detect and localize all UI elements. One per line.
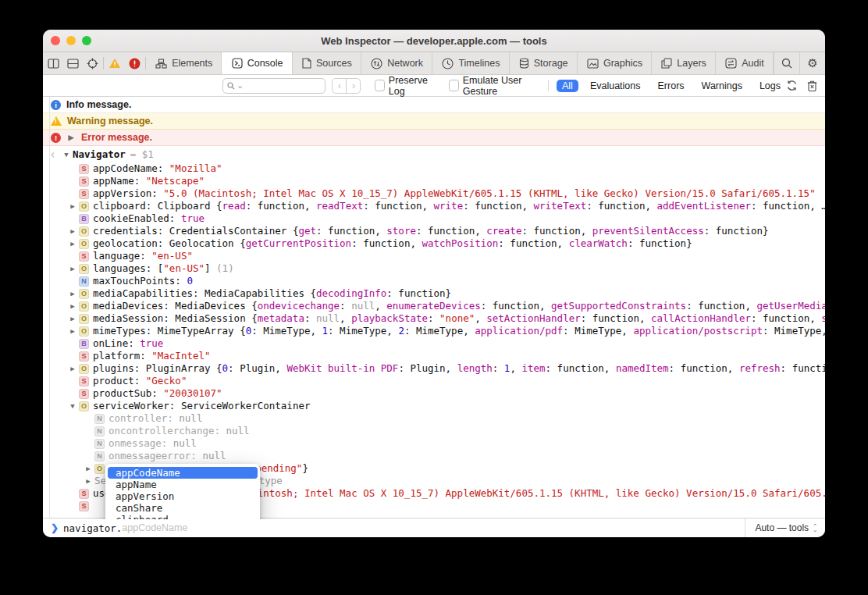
autocomplete-item-appCodeName[interactable]: appCodeName [108, 467, 258, 479]
tab-sources[interactable]: Sources [293, 52, 361, 74]
disclosure-closed-icon[interactable]: ▶ [82, 462, 94, 475]
search-toolbar-button[interactable] [774, 52, 799, 74]
tab-audit[interactable]: Audit [716, 52, 774, 74]
console-row-clipboard[interactable]: ▶Oclipboard: Clipboard {read: function, … [43, 200, 825, 212]
navigator-result-row[interactable]: ‹▼Navigator= $1 [43, 146, 825, 162]
console-row-languages[interactable]: ▶Olanguages: ["en-US"] (1) [43, 262, 825, 275]
tab-graphics[interactable]: Graphics [578, 52, 652, 74]
console-search-field[interactable]: ⌄ [222, 78, 326, 94]
console-row-mediaDevices[interactable]: ▶OmediaDevices: MediaDevices {ondevicech… [43, 300, 825, 312]
scope-errors[interactable]: Errors [653, 80, 690, 92]
console-row-mediaCapabilities[interactable]: ▶OmediaCapabilities: MediaCapabilities {… [43, 287, 825, 300]
search-icon [227, 82, 235, 90]
console-row-mimeTypes[interactable]: ▶OmimeTypes: MimeTypeArray {0: MimeType,… [43, 325, 825, 337]
disclosure-closed-icon[interactable]: ▶ [66, 237, 79, 250]
type-badge-S: S [79, 251, 89, 262]
disclosure-closed-icon[interactable]: ▶ [66, 200, 79, 212]
element-picker-icon[interactable] [87, 58, 98, 69]
scope-all[interactable]: All [557, 80, 578, 92]
disclosure-closed-icon[interactable]: ▶ [66, 262, 79, 275]
dock-bottom-icon[interactable] [67, 59, 79, 69]
console-row-geolocation[interactable]: ▶Ogeolocation: Geolocation {getCurrentPo… [43, 237, 825, 250]
type-badge-Ngray: N [94, 451, 105, 461]
console-row-mediaSession[interactable]: ▶OmediaSession: MediaSession {metadata: … [43, 312, 825, 325]
autocomplete-item-appName[interactable]: appName [108, 479, 258, 490]
prompt-input[interactable]: navigator. [63, 522, 122, 534]
type-badge-O: O [79, 314, 89, 324]
disclosure-closed-icon[interactable]: ▶ [66, 134, 76, 141]
emulate-user-gesture-checkbox[interactable]: Emulate User Gesture [449, 75, 540, 97]
tab-elements[interactable]: Elements [146, 52, 222, 74]
type-badge-O: O [79, 201, 89, 212]
inspector-tab-bar: Elements Console Sources Network Timelin… [43, 52, 825, 75]
console-row-credentials[interactable]: ▶Ocredentials: CredentialsContainer {get… [43, 225, 825, 237]
storage-icon [519, 58, 529, 69]
disclosure-open-icon[interactable]: ▼ [66, 400, 79, 412]
clear-console-icon[interactable] [807, 80, 817, 91]
dock-side-icon[interactable] [48, 59, 59, 69]
disclosure-open-icon[interactable]: ▼ [60, 147, 73, 163]
search-icon [781, 58, 792, 69]
scope-evaluations[interactable]: Evaluations [585, 80, 646, 92]
chevron-left-icon[interactable]: ‹ [49, 147, 60, 163]
type-badge-N: N [79, 276, 89, 287]
type-badge-S: S [79, 189, 89, 199]
tab-network[interactable]: Network [361, 52, 432, 74]
disclosure-closed-icon[interactable]: ▶ [66, 225, 79, 237]
find-next-button[interactable]: › [347, 78, 361, 94]
preserve-log-checkbox[interactable]: Preserve Log [375, 75, 435, 97]
tab-layers[interactable]: Layers [652, 52, 716, 74]
execution-context-selector[interactable]: Auto — tools ⌃⌄ [745, 518, 825, 537]
console-row-plugins[interactable]: ▶Oplugins: PluginArray {0: Plugin, WebKi… [43, 362, 825, 375]
warning-icon [51, 116, 62, 126]
disclosure-closed-icon[interactable]: ▶ [66, 312, 79, 325]
disclosure-closed-icon[interactable]: ▶ [66, 325, 79, 337]
tab-storage[interactable]: Storage [510, 52, 578, 74]
type-badge-Ngray: N [94, 414, 105, 424]
settings-toolbar-button[interactable]: ⚙ [799, 52, 825, 74]
console-row-product: Sproduct: "Gecko" [43, 375, 825, 387]
garbage-collect-icon[interactable] [786, 80, 798, 91]
audit-icon [725, 58, 737, 69]
console-row-productSub: SproductSub: "20030107" [43, 387, 825, 400]
elements-icon [155, 59, 167, 69]
autocomplete-item-clipboard[interactable]: clipboard [108, 514, 258, 519]
scope-warnings[interactable]: Warnings [696, 80, 748, 92]
console-row-appName: SappName: "Netscape" [43, 175, 825, 187]
type-badge-O: O [79, 364, 89, 374]
type-badge-O: O [79, 239, 89, 249]
console-row-platform: Splatform: "MacIntel" [43, 350, 825, 362]
console-row-oncontrollerchange: Noncontrollerchange: null [43, 425, 825, 437]
find-previous-button[interactable]: ‹ [332, 78, 347, 94]
console-row-cookieEnabled: BcookieEnabled: true [43, 212, 825, 225]
disclosure-closed-icon[interactable]: ▶ [66, 362, 79, 375]
console-prompt-bar[interactable]: ❯ navigator. appCodeName Auto — tools ⌃⌄ [43, 518, 825, 537]
console-message-error[interactable]: ! ▶ Error message. [43, 130, 825, 146]
console-row-serviceWorker[interactable]: ▼OserviceWorker: ServiceWorkerContainer [43, 400, 825, 412]
type-badge-O: O [79, 289, 89, 299]
type-badge-Ngray: N [94, 439, 105, 449]
type-badge-B: B [79, 214, 89, 224]
gear-icon: ⚙ [807, 56, 817, 70]
autocomplete-item-appVersion[interactable]: appVersion [108, 490, 258, 502]
disclosure-closed-icon[interactable]: ▶ [82, 475, 94, 487]
warnings-badge-icon[interactable] [108, 58, 121, 69]
console-row-controller: Ncontroller: null [43, 412, 825, 425]
errors-badge-icon[interactable] [129, 58, 141, 69]
tab-console[interactable]: Console [222, 52, 292, 74]
info-icon: i [51, 100, 61, 110]
type-badge-S: S [79, 351, 89, 362]
scope-logs[interactable]: Logs [754, 80, 786, 92]
sources-icon [302, 58, 311, 69]
console-row-onmessageerror: Nonmessageerror: null [43, 450, 825, 462]
console-row-maxTouchPoints: NmaxTouchPoints: 0 [43, 275, 825, 287]
autocomplete-item-canShare[interactable]: canShare [108, 502, 258, 514]
saved-result-label: = $1 [130, 148, 154, 160]
prompt-completion-ghost: appCodeName [122, 522, 187, 533]
disclosure-closed-icon[interactable]: ▶ [66, 287, 79, 300]
tab-timelines[interactable]: Timelines [432, 52, 509, 74]
title-bar: Web Inspector — developer.apple.com — to… [43, 30, 825, 52]
disclosure-closed-icon[interactable]: ▶ [66, 300, 79, 312]
console-log-area: i Info message. Warning message. ! ▶ Err… [43, 97, 825, 519]
console-row-onLine: BonLine: true [43, 337, 825, 350]
